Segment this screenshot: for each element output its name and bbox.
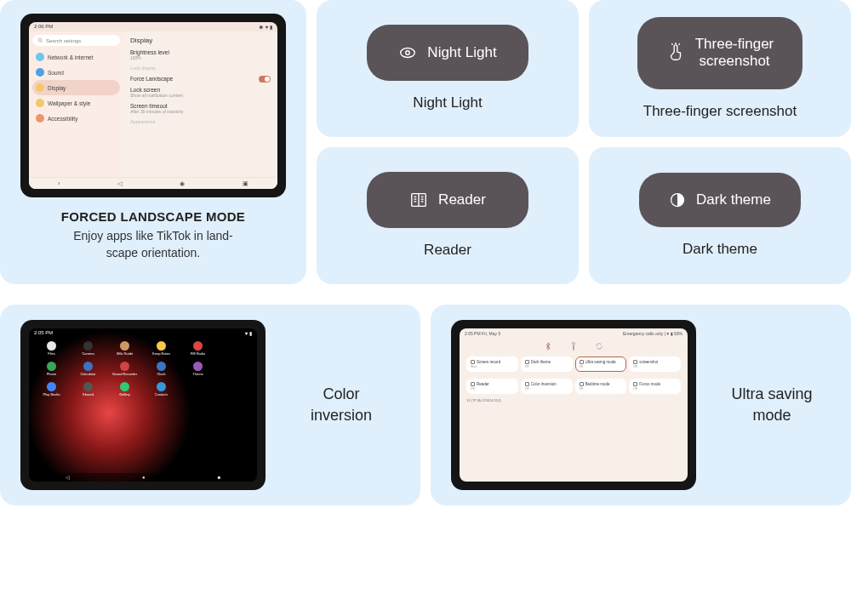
settings-row-sub: 100% bbox=[130, 55, 271, 60]
app-icon[interactable]: Play Books bbox=[34, 382, 69, 401]
app-icon[interactable]: Sound Recorder bbox=[107, 362, 142, 380]
sidebar-item-label: Network & internet bbox=[48, 54, 93, 60]
nav-back-icon[interactable]: ◁ bbox=[117, 180, 122, 187]
app-label: Play Books bbox=[43, 392, 60, 396]
app-icon[interactable]: Calculator bbox=[71, 362, 106, 380]
tile-icon bbox=[633, 360, 637, 364]
rotation-icon[interactable] bbox=[595, 342, 603, 351]
app-icon[interactable]: Contacts bbox=[144, 382, 179, 401]
app-icon[interactable]: Kboard bbox=[71, 382, 106, 401]
tile-sub: Off bbox=[580, 365, 623, 368]
app-icon[interactable]: FM Radio bbox=[180, 341, 215, 360]
sidebar-item-display[interactable]: Display bbox=[32, 80, 120, 95]
settings-sidebar: Search settings Network & internetSoundD… bbox=[29, 31, 123, 177]
settings-row-label: Brightness level bbox=[130, 49, 271, 55]
tile-icon bbox=[471, 360, 475, 364]
feature-pill[interactable]: Three-finger screenshot bbox=[637, 17, 803, 89]
sidebar-item-accessibility[interactable]: Accessibility bbox=[32, 111, 120, 126]
svg-line-6 bbox=[678, 43, 679, 45]
settings-row[interactable]: Lock screenShow all notification content bbox=[130, 87, 271, 98]
settings-row[interactable]: Force Landscape bbox=[130, 76, 271, 82]
tablet-frame: 2:05 PM ♥ ▮ FilesCameraWiki GuideKeep No… bbox=[20, 320, 266, 490]
qs-tile[interactable]: screenshotOff bbox=[629, 356, 681, 372]
nav-recent-icon[interactable]: ▣ bbox=[243, 180, 248, 187]
settings-row-sub: After 30 minutes of inactivity bbox=[130, 109, 271, 114]
qs-tile[interactable]: Screen recordStart bbox=[466, 356, 518, 372]
nav-recent-icon[interactable]: ■ bbox=[218, 475, 221, 480]
app-icon-shape bbox=[120, 362, 129, 371]
android-navbar: › ◁ ◉ ▣ bbox=[29, 177, 277, 189]
tile-label: Focus mode bbox=[639, 382, 660, 386]
app-icon[interactable]: Keep Notes bbox=[144, 341, 179, 360]
sidebar-item-label: Wallpaper & style bbox=[48, 100, 90, 106]
settings-row[interactable]: Lock display bbox=[130, 66, 271, 71]
app-label: Wiki Guide bbox=[117, 351, 133, 356]
tile-icon bbox=[580, 360, 584, 364]
app-icon[interactable]: Camera bbox=[71, 341, 106, 360]
app-icon-shape bbox=[193, 362, 203, 371]
search-input[interactable]: Search settings bbox=[32, 35, 120, 46]
sidebar-item-wallpaper-style[interactable]: Wallpaper & style bbox=[32, 95, 120, 111]
bluetooth-icon[interactable] bbox=[544, 342, 552, 351]
tablet-frame: 2:05 PM Fri, May 5 Emergency calls only … bbox=[451, 320, 696, 490]
qs-tile[interactable]: Bedtime modeOff bbox=[575, 379, 627, 394]
feature-description: Enjoy apps like TikTok in land- scape or… bbox=[73, 227, 233, 262]
nav-back-icon[interactable]: ◁ bbox=[66, 474, 70, 480]
tile-icon bbox=[633, 382, 637, 386]
app-icon[interactable]: Wiki Guide bbox=[107, 341, 142, 360]
feature-pill[interactable]: Reader bbox=[367, 172, 528, 228]
app-label: Kboard bbox=[83, 392, 94, 396]
tile-label: Screen record bbox=[477, 360, 500, 364]
qs-time: 2:05 PM Fri, May 5 bbox=[465, 331, 500, 336]
feature-label: Night Light bbox=[413, 94, 482, 111]
panel-title: Display bbox=[130, 37, 271, 44]
sidebar-item-network-internet[interactable]: Network & internet bbox=[32, 49, 120, 65]
qs-tile[interactable]: Ultra saving modeOff bbox=[575, 356, 627, 372]
app-icon-shape bbox=[120, 341, 129, 351]
tile-label: Reader bbox=[477, 382, 489, 386]
search-icon bbox=[37, 37, 43, 43]
tile-icon bbox=[525, 360, 529, 364]
toggle-switch[interactable] bbox=[259, 76, 271, 83]
nav-chevron-icon[interactable]: › bbox=[58, 180, 60, 186]
qs-tile[interactable]: ReaderOff bbox=[466, 379, 518, 394]
tile-label: screenshot bbox=[639, 360, 658, 364]
app-label: FM Radio bbox=[191, 351, 205, 356]
sidebar-icon bbox=[36, 53, 44, 61]
app-icon[interactable]: Gallery bbox=[107, 382, 142, 401]
app-icon-shape bbox=[157, 382, 166, 391]
statusbar-time: 2:06 PM bbox=[34, 24, 53, 30]
tablet-frame: 2:06 PM ◾ ♥ ▮ Search settings Network & bbox=[20, 14, 286, 197]
nav-home-icon[interactable]: ● bbox=[142, 475, 146, 480]
app-icon[interactable]: Phone bbox=[34, 362, 69, 380]
qs-tile[interactable]: Focus modeOff bbox=[629, 379, 681, 394]
statusbar-icons: ♥ ▮ bbox=[245, 330, 252, 336]
sidebar-item-sound[interactable]: Sound bbox=[32, 65, 120, 80]
app-icon[interactable]: Files bbox=[34, 341, 69, 360]
settings-row[interactable]: Appearance bbox=[130, 119, 271, 124]
feature-card-reader: ReaderReader bbox=[317, 147, 579, 284]
flashlight-icon[interactable] bbox=[569, 342, 578, 351]
svg-point-0 bbox=[38, 38, 42, 42]
settings-row[interactable]: Brightness level100% bbox=[130, 49, 271, 60]
tile-sub: Off bbox=[633, 387, 677, 391]
app-label: Files bbox=[48, 351, 54, 356]
statusbar: 2:05 PM ♥ ▮ bbox=[29, 328, 257, 338]
app-icon-shape bbox=[230, 341, 239, 351]
nav-home-icon[interactable]: ◉ bbox=[180, 180, 185, 187]
settings-row[interactable]: Screen timeoutAfter 30 minutes of inacti… bbox=[130, 103, 271, 114]
qs-tile[interactable]: Dark themeOff bbox=[521, 356, 573, 372]
qs-tile[interactable]: Color inversionOff bbox=[521, 379, 573, 394]
feature-pill[interactable]: Night Light bbox=[367, 25, 528, 81]
settings-row-label: Appearance bbox=[130, 119, 271, 124]
app-label: Sound Recorder bbox=[112, 372, 137, 376]
feature-label: Dark theme bbox=[683, 241, 757, 258]
feature-pill[interactable]: Dark theme bbox=[639, 173, 801, 227]
feature-card-dark: Dark themeDark theme bbox=[589, 147, 851, 284]
svg-point-3 bbox=[406, 51, 410, 55]
app-icon[interactable]: Theme bbox=[180, 362, 215, 380]
app-icon[interactable]: Clock bbox=[144, 362, 179, 380]
tile-sub: Off bbox=[471, 387, 514, 391]
app-icon-shape bbox=[83, 382, 93, 391]
feature-title: FORCED LANDSCAPE MODE bbox=[61, 209, 245, 224]
